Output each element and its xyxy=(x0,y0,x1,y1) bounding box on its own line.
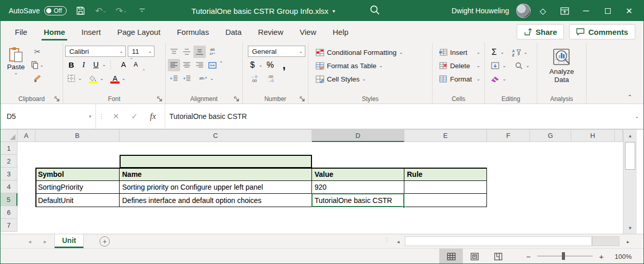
zoom-in-button[interactable]: + xyxy=(598,252,605,261)
decrease-indent-button[interactable] xyxy=(168,72,180,85)
horizontal-scrollbar[interactable] xyxy=(405,236,619,246)
undo-button[interactable]: ↶⌄ xyxy=(94,4,108,17)
delete-cells-button[interactable]: Delete ⌄ xyxy=(437,59,482,72)
number-dialog-launcher[interactable] xyxy=(300,96,305,102)
merge-center-dropdown[interactable]: ⌄ xyxy=(219,59,223,71)
tab-scroll-splitter[interactable]: ⋮ xyxy=(384,237,390,243)
name-box-dropdown[interactable]: ▾ xyxy=(89,114,91,119)
insert-function-button[interactable]: fx xyxy=(144,109,162,124)
hscroll-left-button[interactable]: ◂ xyxy=(393,236,404,247)
tab-help[interactable]: Help xyxy=(324,21,357,43)
cell-d4[interactable]: 920 xyxy=(312,181,404,194)
formula-bar-splitter[interactable]: ⋮ xyxy=(96,104,107,129)
hscroll-right-button[interactable]: ▸ xyxy=(622,236,634,247)
vertical-scrollbar-thumb[interactable] xyxy=(625,142,635,170)
cell-e5[interactable] xyxy=(404,194,487,207)
page-layout-view-button[interactable] xyxy=(463,249,486,264)
underline-dropdown[interactable]: ⌄ xyxy=(102,63,106,67)
tab-formulas[interactable]: Formulas xyxy=(169,21,218,43)
redo-button[interactable]: ↷⌄ xyxy=(115,4,128,17)
row-header-7[interactable]: 7 xyxy=(1,219,17,232)
analyze-data-button[interactable]: Analyze Data xyxy=(539,46,584,84)
fill-color-button[interactable] xyxy=(87,72,100,85)
collapse-ribbon-button[interactable]: ⌃ xyxy=(628,94,632,100)
sheet-tab-unit[interactable]: Unit xyxy=(54,234,84,248)
format-painter-button[interactable] xyxy=(31,72,44,85)
font-dialog-launcher[interactable] xyxy=(157,96,163,102)
ribbon-display-options-icon[interactable] xyxy=(555,1,574,21)
find-select-dropdown[interactable]: ⌄ xyxy=(526,64,530,68)
decrease-decimal-button[interactable]: .00→0 xyxy=(264,73,277,85)
tab-view[interactable]: View xyxy=(291,21,324,43)
align-center-button[interactable] xyxy=(181,59,193,71)
tab-home[interactable]: Home xyxy=(35,21,73,43)
column-header-f[interactable]: F xyxy=(487,130,530,142)
tab-data[interactable]: Data xyxy=(217,21,250,43)
cell-d3[interactable]: Value xyxy=(312,168,404,181)
save-icon[interactable] xyxy=(74,4,87,17)
cell-styles-button[interactable]: Cell Styles ⌄ xyxy=(314,72,430,86)
italic-button[interactable]: I xyxy=(77,58,90,71)
percent-style-button[interactable]: % xyxy=(264,59,277,71)
cut-button[interactable]: ✂ xyxy=(31,46,44,58)
tab-review[interactable]: Review xyxy=(250,21,291,43)
row-header-4[interactable]: 4 xyxy=(1,180,17,193)
clear-button[interactable] xyxy=(489,73,501,85)
row-header-1[interactable]: 1 xyxy=(1,142,17,155)
minimize-button[interactable]: ─ xyxy=(577,1,595,21)
search-icon[interactable] xyxy=(369,4,380,15)
cell-b4[interactable]: SortingPriority xyxy=(35,181,120,194)
column-header-g[interactable]: G xyxy=(530,130,571,142)
close-button[interactable]: ✕ xyxy=(620,1,638,21)
autosum-dropdown[interactable]: ⌄ xyxy=(500,50,504,55)
fill-color-dropdown[interactable]: ⌄ xyxy=(100,76,104,81)
cell-c2-green[interactable] xyxy=(120,155,312,168)
merge-center-button[interactable] xyxy=(206,59,219,71)
bottom-align-button[interactable] xyxy=(193,46,206,58)
bold-button[interactable]: B xyxy=(65,58,77,71)
sheet-nav-next-button[interactable]: ▸ xyxy=(38,234,52,249)
accounting-format-button[interactable]: $ xyxy=(248,59,257,71)
increase-font-size-button[interactable]: A⌃ xyxy=(118,58,130,71)
format-cells-button[interactable]: Format ⌄ xyxy=(437,72,482,86)
row-header-2[interactable]: 2 xyxy=(1,155,17,168)
column-header-h[interactable]: H xyxy=(571,130,615,142)
horizontal-scrollbar-thumb[interactable] xyxy=(405,237,592,246)
select-all-corner[interactable] xyxy=(1,130,17,142)
wrap-text-button[interactable]: abc↩ xyxy=(206,46,219,58)
alignment-dialog-launcher[interactable] xyxy=(234,96,240,102)
maximize-button[interactable] xyxy=(598,1,617,21)
fill-handle[interactable] xyxy=(402,205,405,208)
cell-c3[interactable]: Name xyxy=(120,168,312,181)
formula-bar-expand-button[interactable]: ⌄ xyxy=(630,104,643,129)
zoom-slider[interactable] xyxy=(537,249,593,264)
name-box[interactable]: D5 ▾ xyxy=(1,104,96,129)
zoom-slider-thumb[interactable] xyxy=(562,252,565,260)
cell-d5[interactable]: TutorialOne basic CSTR xyxy=(312,194,404,207)
format-as-table-button[interactable]: Format as Table ⌄ xyxy=(314,59,430,72)
enter-button[interactable]: ✓ xyxy=(126,109,143,124)
normal-view-button[interactable] xyxy=(439,249,463,264)
number-format-combo[interactable]: General⌄ xyxy=(248,46,305,57)
row-header-5[interactable]: 5 xyxy=(1,193,17,206)
tab-page-layout[interactable]: Page Layout xyxy=(109,21,168,43)
insert-cells-button[interactable]: Insert ⌄ xyxy=(437,46,482,59)
accounting-format-dropdown[interactable]: ⌄ xyxy=(259,63,263,68)
autosave-toggle[interactable]: Off xyxy=(44,6,67,15)
copy-button[interactable]: ⌄ xyxy=(31,59,44,71)
vertical-scrollbar[interactable]: ▲ ▼ xyxy=(623,130,637,234)
paste-button[interactable]: Paste ⌄ xyxy=(3,46,29,85)
zoom-out-button[interactable]: − xyxy=(525,252,532,261)
cancel-button[interactable]: ✕ xyxy=(107,109,125,124)
font-color-dropdown[interactable]: ⌄ xyxy=(122,76,126,81)
sort-filter-button[interactable]: A Z xyxy=(511,46,523,58)
cell-c4[interactable]: Sorting priority on Configure upper left… xyxy=(120,181,312,194)
sort-filter-dropdown[interactable]: ⌄ xyxy=(524,50,528,55)
comma-style-button[interactable]: , xyxy=(278,59,290,71)
clipboard-dialog-launcher[interactable] xyxy=(54,96,60,102)
orientation-dropdown[interactable]: ⌄ xyxy=(210,76,214,81)
borders-button[interactable] xyxy=(65,72,77,85)
scroll-down-button[interactable]: ▼ xyxy=(623,222,637,234)
page-break-preview-button[interactable] xyxy=(486,249,510,264)
middle-align-button[interactable] xyxy=(181,46,193,58)
